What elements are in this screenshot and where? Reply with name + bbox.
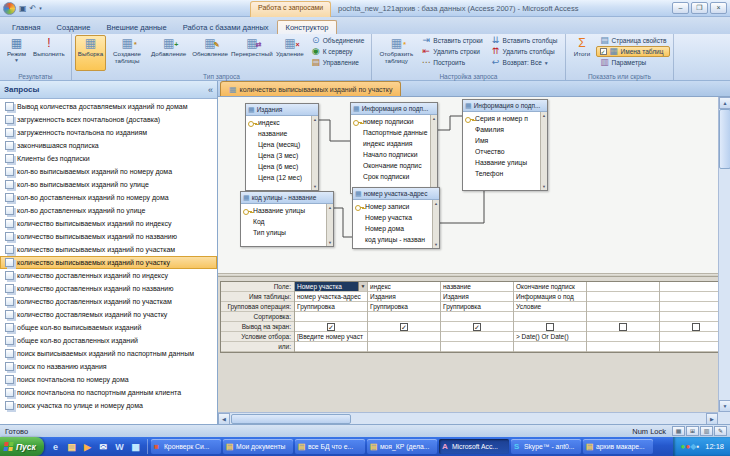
- ribbon-tab[interactable]: Главная: [4, 21, 49, 34]
- field-item[interactable]: Окончание подпис: [351, 160, 430, 171]
- grid-sort-cell[interactable]: [660, 312, 718, 322]
- nav-query-item[interactable]: кол-во выписываемых изданий по улице: [0, 178, 217, 191]
- ribbon-small-button[interactable]: ✓ ⇤ Удалить строки ▼: [417, 46, 486, 57]
- grid-show-cell[interactable]: [514, 322, 586, 332]
- nav-query-item[interactable]: количество выписываемых изданий по назва…: [0, 230, 217, 243]
- show-checkbox[interactable]: [546, 323, 554, 331]
- nav-query-item[interactable]: Вывод количества доставляемых изданий по…: [0, 100, 217, 113]
- grid-criteria-cell[interactable]: [Введите номер участ: [295, 332, 367, 342]
- scroll-up-icon[interactable]: ▲: [432, 116, 436, 121]
- grid-criteria-cell[interactable]: > Date() Or Date(): [514, 332, 586, 342]
- grid-show-cell[interactable]: [587, 322, 659, 332]
- grid-or-cell[interactable]: [514, 342, 586, 352]
- design-view-icon[interactable]: ✎: [714, 426, 727, 436]
- grid-or-cell[interactable]: [587, 342, 659, 352]
- field-item[interactable]: Название улицы: [241, 205, 326, 216]
- grid-or-cell[interactable]: [295, 342, 367, 352]
- table-window[interactable]: ▦ Информация о подп... номер подписки: [350, 102, 438, 194]
- ribbon-tab[interactable]: Работа с базами данных: [175, 21, 277, 34]
- field-item[interactable]: Номер записи: [353, 201, 432, 212]
- table-window-scrollbar[interactable]: ▲ ▼: [540, 112, 547, 190]
- grid-table-cell[interactable]: Информация о под: [514, 292, 586, 302]
- show-checkbox[interactable]: [473, 323, 481, 331]
- table-window[interactable]: ▦ Информация о подп... Серия и номер п: [462, 99, 548, 191]
- field-item[interactable]: Фамилия: [463, 124, 540, 135]
- field-item[interactable]: Срок подписки: [351, 171, 430, 182]
- grid-field-cell[interactable]: ▼: [660, 282, 718, 292]
- table-window-scrollbar[interactable]: ▲ ▼: [326, 204, 333, 246]
- grid-total-cell[interactable]: Группировка: [368, 302, 440, 312]
- ribbon-small-button[interactable]: ✓ ↩ Возврат: Все ▼: [487, 57, 562, 68]
- ribbon-tab[interactable]: Создание: [49, 21, 99, 34]
- scroll-up-icon[interactable]: ▲: [313, 117, 317, 122]
- grid-table-cell[interactable]: Издания: [368, 292, 440, 302]
- table-window[interactable]: ▦ код улицы - название Название улицы: [240, 191, 334, 247]
- scroll-up-icon[interactable]: ▲: [542, 113, 546, 118]
- taskbar-window-button[interactable]: ▤ Мои документы: [223, 439, 293, 454]
- field-item[interactable]: код улицы - назван: [353, 234, 432, 245]
- grid-table-cell[interactable]: [587, 292, 659, 302]
- nav-query-item[interactable]: поиск участка по улице и номеру дома: [0, 399, 217, 412]
- grid-show-cell[interactable]: [660, 322, 718, 332]
- field-item[interactable]: Цена (12 мес): [246, 172, 311, 183]
- scroll-down-icon[interactable]: ▼: [434, 242, 438, 247]
- qat-customize-icon[interactable]: ▾: [39, 5, 42, 11]
- nav-query-item[interactable]: поиск по названию издания: [0, 360, 217, 373]
- ribbon-button[interactable]: ▦ Выборка ▼: [75, 35, 106, 71]
- grid-criteria-cell[interactable]: [368, 332, 440, 342]
- field-item[interactable]: номер подписки: [351, 116, 430, 127]
- scrollbar-thumb[interactable]: [231, 414, 351, 424]
- ribbon-small-button[interactable]: ✓ ▤ Страница свойств ▼: [596, 35, 671, 46]
- close-button[interactable]: ×: [710, 2, 727, 14]
- field-item[interactable]: Паспортные данные: [351, 127, 430, 138]
- ribbon-tab[interactable]: Внешние данные: [98, 21, 174, 34]
- taskbar-window-button[interactable]: ▤ моя_КР (дела...: [367, 439, 437, 454]
- grid-sort-cell[interactable]: [514, 312, 586, 322]
- field-item[interactable]: Имя: [463, 135, 540, 146]
- table-window[interactable]: ▦ Издания индекс: [245, 103, 319, 191]
- nav-query-item[interactable]: поиск выписываемых изданий по паспортным…: [0, 347, 217, 360]
- ribbon-tab[interactable]: Конструктор: [277, 20, 338, 34]
- navigation-pane-header[interactable]: Запросы «: [0, 81, 217, 99]
- ribbon-small-button[interactable]: ✓ ⋯ Построить ▼: [417, 57, 486, 68]
- taskbar-window-button[interactable]: S Skype™ - ant0...: [511, 439, 581, 454]
- grid-total-cell[interactable]: [660, 302, 718, 312]
- nav-query-item[interactable]: кол-во выписываемых изданий по номеру до…: [0, 165, 217, 178]
- scroll-left-icon[interactable]: ◀: [218, 413, 230, 425]
- document-tab[interactable]: ▦ количество выписываемых изданий по уча…: [220, 81, 401, 96]
- pivot-view-icon[interactable]: ⊞: [686, 426, 699, 436]
- field-item[interactable]: Цена (6 мес): [246, 161, 311, 172]
- nav-query-item[interactable]: количество доставленных изданий по участ…: [0, 295, 217, 308]
- show-checkbox[interactable]: [619, 323, 627, 331]
- nav-query-item[interactable]: общее кол-во выписываемых изданий: [0, 321, 217, 334]
- table-window-title[interactable]: ▦ Издания: [246, 104, 318, 116]
- grid-criteria-cell[interactable]: [587, 332, 659, 342]
- datasheet-view-icon[interactable]: ▦: [672, 426, 685, 436]
- ribbon-small-button[interactable]: ✓ ⊙ Объединение ▼: [307, 35, 369, 46]
- nav-query-item[interactable]: количество выписываемых изданий по индек…: [0, 217, 217, 230]
- ribbon-button[interactable]: Σ Итоги ▼: [569, 35, 596, 71]
- grid-field-cell[interactable]: Номер участка ▼: [295, 282, 367, 292]
- field-item[interactable]: название: [246, 128, 311, 139]
- ribbon-small-button[interactable]: ✓ ▦ Имена таблиц ▼: [596, 46, 671, 57]
- grid-field-cell[interactable]: название ▼: [441, 282, 513, 292]
- table-window-scrollbar[interactable]: ▲ ▼: [430, 115, 437, 193]
- scroll-right-icon[interactable]: ▶: [706, 413, 718, 425]
- ribbon-button[interactable]: ▦ Режим ▼: [3, 35, 30, 71]
- table-window-title[interactable]: ▦ код улицы - название: [241, 192, 333, 204]
- quick-ie-icon[interactable]: e: [49, 440, 62, 453]
- ribbon-small-button[interactable]: ✓ ⇥ Вставить строки ▼: [417, 35, 486, 46]
- nav-query-item[interactable]: поиск почтальона по номеру дома: [0, 373, 217, 386]
- field-item[interactable]: Цена (месяц): [246, 139, 311, 150]
- grid-or-cell[interactable]: [660, 342, 718, 352]
- grid-show-cell[interactable]: [368, 322, 440, 332]
- grid-total-cell[interactable]: [587, 302, 659, 312]
- scroll-down-icon[interactable]: ▼: [719, 400, 730, 412]
- horizontal-scrollbar[interactable]: ◀ ▶: [218, 412, 718, 424]
- ribbon-button[interactable]: ▦× Удаление ▼: [273, 35, 307, 71]
- grid-field-cell[interactable]: ▼: [587, 282, 659, 292]
- grid-criteria-cell[interactable]: [441, 332, 513, 342]
- table-window-title[interactable]: ▦ Информация о подп...: [351, 103, 437, 115]
- grid-table-cell[interactable]: номер участка-адрес: [295, 292, 367, 302]
- grid-or-cell[interactable]: [368, 342, 440, 352]
